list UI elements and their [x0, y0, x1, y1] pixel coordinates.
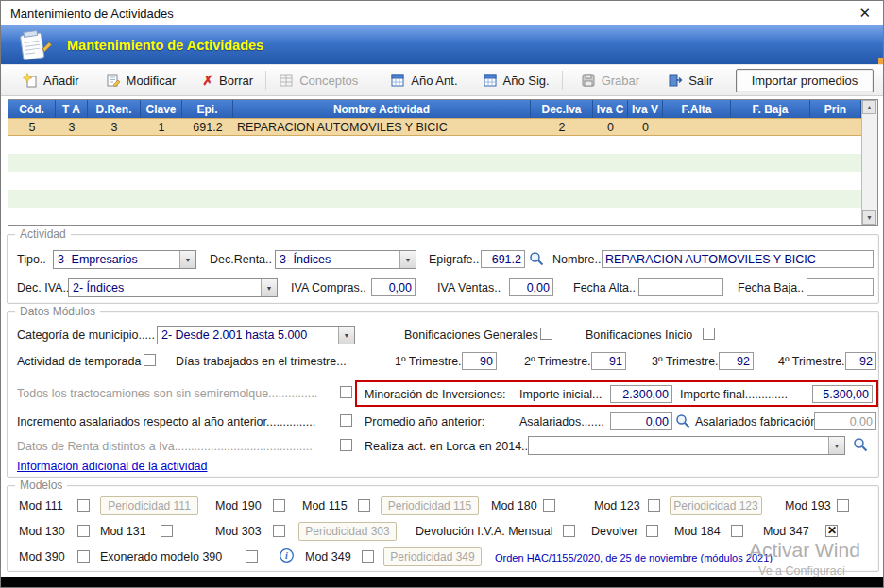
chevron-down-icon: ▼	[828, 437, 844, 454]
additional-info-link[interactable]: Información adicional de la actividad	[17, 460, 208, 473]
search-asalariados-icon[interactable]	[675, 413, 690, 428]
fecha-baja-field[interactable]	[807, 278, 874, 296]
col-header-ta: T A	[56, 100, 88, 118]
search-lorca-icon[interactable]	[853, 437, 868, 452]
groupbox-actividad-legend: Actividad	[15, 227, 71, 241]
mod123-checkbox[interactable]	[648, 499, 660, 512]
trimestre1-label: 1º Trimestre.	[395, 355, 462, 368]
importe-final-field[interactable]: 5.300,00	[812, 385, 873, 403]
mod347-label: Mod 347	[763, 525, 809, 538]
scroll-up-icon[interactable]: ▲	[862, 100, 876, 114]
grid-row-selected[interactable]: 5 3 3 1 691.2 REPARACION AUTOMOVILES Y B…	[8, 118, 861, 136]
trimestre4-field[interactable]: 92	[845, 352, 876, 370]
mod130-checkbox[interactable]	[77, 525, 90, 537]
windows-activation-watermark-line1: Activar Wind	[749, 539, 860, 562]
importe-final-label: Importe final.............	[680, 388, 788, 401]
exit-button[interactable]: Salir	[661, 69, 720, 92]
devolver-checkbox[interactable]	[646, 525, 658, 537]
dec-renta-label: Dec.Renta..	[210, 253, 272, 266]
add-button[interactable]: Añadir	[16, 69, 86, 92]
tractocamiones-checkbox	[340, 386, 352, 398]
close-icon[interactable]: ✕	[858, 5, 871, 22]
modify-button[interactable]: Modificar	[99, 69, 183, 92]
mod347-checkbox[interactable]	[825, 525, 838, 537]
delete-button-label: Borrar	[219, 74, 253, 88]
chevron-down-icon: ▼	[400, 251, 416, 268]
mod115-checkbox[interactable]	[358, 499, 370, 512]
exonerado-390-checkbox[interactable]	[246, 550, 258, 563]
grid-header-row: Cód. T A D.Ren. Clave Epi. Nombre Activi…	[8, 100, 861, 118]
mod193-checkbox[interactable]	[837, 499, 849, 512]
incremento-asalariados-checkbox[interactable]	[340, 414, 352, 427]
dec-renta-combo[interactable]: 3- Índices ▼	[275, 250, 416, 269]
dec-iva-combo[interactable]: 2- Índices ▼	[68, 278, 278, 297]
trimestre4-label: 4º Trimestre.	[778, 355, 845, 368]
activities-grid: Cód. T A D.Ren. Clave Epi. Nombre Activi…	[8, 99, 878, 226]
iva-ventas-label: IVA Ventas..	[437, 281, 501, 294]
col-header-dren: D.Ren.	[88, 100, 141, 118]
delete-button[interactable]: ✗ Borrar	[196, 69, 260, 92]
mod190-label: Mod 190	[215, 499, 262, 512]
tipo-combo[interactable]: 3- Empresarios ▼	[53, 250, 196, 269]
mod349-checkbox[interactable]	[362, 550, 374, 563]
epigrafe-field[interactable]: 691.2	[481, 250, 525, 268]
trimestre3-field[interactable]: 92	[719, 352, 754, 370]
exit-button-label: Salir	[688, 74, 713, 88]
cell-clave: 1	[141, 119, 182, 135]
asalariados-field[interactable]: 0,00	[610, 412, 672, 430]
cell-ivav: 0	[628, 119, 663, 135]
mod303-checkbox[interactable]	[273, 525, 285, 537]
add-button-label: Añadir	[43, 74, 79, 88]
fecha-baja-label: Fecha Baja..	[738, 281, 804, 294]
mod111-checkbox[interactable]	[77, 499, 90, 512]
devolver-label: Devolver	[591, 525, 638, 538]
trimestre3-label: 3º Trimestre.	[652, 355, 719, 368]
mod111-label: Mod 111	[19, 499, 63, 512]
grid-row-empty	[8, 190, 861, 208]
import-averages-button[interactable]: Importar promedios	[736, 69, 874, 92]
mod349-label: Mod 349	[305, 550, 351, 563]
grid-scrollbar[interactable]: ▲ ▼	[861, 100, 877, 225]
prev-year-button[interactable]: Año Ant.	[383, 69, 464, 92]
bonificaciones-inicio-checkbox[interactable]	[703, 328, 715, 340]
search-epigrafe-icon[interactable]	[529, 251, 544, 266]
mod184-checkbox[interactable]	[731, 525, 743, 537]
iva-ventas-field[interactable]: 0,00	[509, 278, 553, 296]
groupbox-datos-modulos: Datos Módulos Categoría de municipio....…	[7, 311, 879, 478]
mod193-label: Mod 193	[785, 499, 831, 512]
next-year-button[interactable]: Año Sig.	[476, 69, 556, 92]
trimestre1-field[interactable]: 90	[462, 352, 497, 370]
chevron-down-icon: ▼	[338, 327, 354, 344]
dec-iva-label: Dec. IVA..	[17, 281, 69, 294]
cell-epi: 691.2	[182, 119, 233, 135]
lorca-label: Realiza act. en Lorca en 2014..	[365, 440, 528, 453]
actividad-temporada-checkbox[interactable]	[144, 354, 156, 366]
mod131-checkbox[interactable]	[161, 525, 173, 537]
page-title: Mantenimiento de Actividades	[67, 38, 264, 53]
devolucion-iva-checkbox[interactable]	[563, 525, 575, 537]
info-icon[interactable]: i	[280, 548, 294, 565]
orden-hac-note: Orden HAC/1155/2020, de 25 de noviembre …	[495, 552, 773, 563]
iva-compras-field[interactable]: 0,00	[371, 278, 416, 296]
importe-inicial-field[interactable]: 2.300,00	[610, 385, 672, 403]
bonificaciones-generales-checkbox[interactable]	[540, 328, 552, 340]
trimestre2-field[interactable]: 91	[591, 352, 626, 370]
nombre-field[interactable]: REPARACION AUTOMOVILES Y BICIC	[602, 250, 874, 268]
importe-inicial-label: Importe inicial...	[519, 388, 603, 401]
mod390-checkbox[interactable]	[77, 550, 90, 563]
fecha-alta-field[interactable]	[638, 278, 723, 296]
scroll-down-icon[interactable]: ▼	[862, 210, 876, 225]
mod184-label: Mod 184	[674, 525, 721, 538]
mod180-checkbox[interactable]	[543, 499, 555, 512]
prev-year-button-label: Año Ant.	[411, 74, 457, 88]
cell-falta	[663, 119, 731, 135]
window-title: Mantenimiento de Actividades	[10, 7, 174, 21]
mod190-checkbox[interactable]	[273, 499, 285, 512]
col-header-epi: Epi.	[182, 100, 233, 118]
lorca-combo[interactable]: ▼	[528, 436, 845, 455]
bottom-bar	[1, 577, 883, 587]
categoria-municipio-combo[interactable]: 2- Desde 2.001 hasta 5.000 ▼	[157, 326, 355, 344]
asalariados-label: Asalariados.......	[519, 415, 604, 428]
toolbar-separator	[265, 71, 266, 90]
col-header-cod: Cód.	[8, 100, 56, 118]
